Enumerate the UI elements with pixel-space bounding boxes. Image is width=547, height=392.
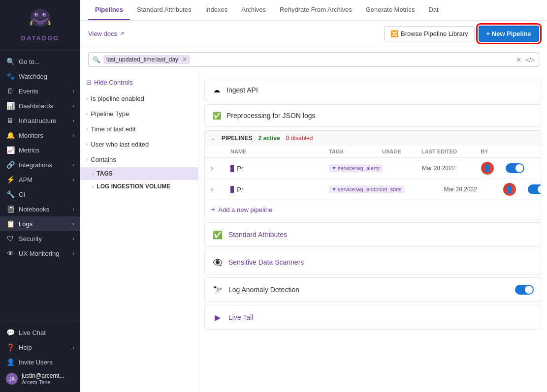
filter-time-last-edit[interactable]: › Time of last edit	[80, 121, 198, 137]
sidebar-item-monitors-label: Monitors	[19, 132, 43, 139]
special-name-live-tail[interactable]: Live Tail	[228, 313, 253, 321]
plus-icon: +	[211, 205, 215, 214]
pipeline-item-main: ⌄ PIPELINES 2 active 0 disabled NAME TAG…	[204, 130, 541, 219]
binoculars-icon: 🔭	[212, 284, 224, 296]
filter-user-last-edited[interactable]: › User who last edited	[80, 137, 198, 152]
special-header-standard-attrs[interactable]: ✅ Standard Attributes	[205, 223, 541, 246]
filter-pipeline-type[interactable]: › Pipeline Type	[80, 106, 198, 121]
pipeline-header-ingest-api[interactable]: ☁ Ingest API	[205, 79, 541, 101]
view-docs-link[interactable]: View docs ↗	[88, 30, 124, 37]
special-header-live-tail[interactable]: ▶ Live Tail	[205, 305, 541, 329]
sidebar-logo: DATADOG	[0, 0, 80, 50]
filter-log-ingestion[interactable]: › LOG INGESTION VOLUME	[80, 180, 198, 193]
sidebar-item-metrics-label: Metrics	[19, 147, 39, 154]
chevron-right-icon: ›	[73, 133, 74, 138]
avatar-icon: 👤	[483, 164, 491, 172]
sidebar-item-ci[interactable]: 🔧 CI	[0, 187, 80, 202]
new-pipeline-button[interactable]: + New Pipeline	[479, 26, 539, 42]
search-icon: 🔍	[6, 58, 15, 65]
sidebar-item-watchdog[interactable]: 🐾 Watchdog	[0, 69, 80, 84]
filter-tags[interactable]: › TAGS	[80, 167, 198, 180]
search-code-button[interactable]: </>	[525, 56, 535, 63]
controls-icon: ⊟	[86, 79, 92, 86]
tabs-bar: Pipelines Standard Attributes Indexes Ar…	[80, 0, 547, 21]
chevron-down-icon[interactable]: ⌄	[211, 135, 216, 142]
special-header-sensitive-scanners[interactable]: 👁‍🗨 Sensitive Data Scanners	[205, 250, 541, 274]
tab-generate-metrics[interactable]: Generate Metrics	[359, 0, 422, 20]
pipeline-header-preprocessing[interactable]: ✅ Preprocessing for JSON logs	[205, 105, 541, 126]
main-content: Pipelines Standard Attributes Indexes Ar…	[80, 0, 547, 392]
special-name-log-anomaly: Log Anomaly Detection	[228, 286, 299, 294]
logs-icon: 📋	[6, 220, 15, 228]
tab-pipelines[interactable]: Pipelines	[88, 0, 130, 20]
row2-expand[interactable]: ›	[211, 185, 230, 194]
sidebar-item-dashboards-label: Dashboards	[19, 102, 53, 110]
special-name-sensitive-scanners[interactable]: Sensitive Data Scanners	[228, 258, 304, 266]
chevron-right-icon: ›	[92, 171, 94, 177]
row1-toggle[interactable]	[506, 163, 524, 173]
hide-controls-button[interactable]: ⊟ Hide Controls	[80, 76, 198, 89]
col-name: NAME	[230, 149, 329, 154]
sidebar-item-infrastructure[interactable]: 🖥 Infrastructure ›	[0, 113, 80, 128]
tab-standard-attributes[interactable]: Standard Attributes	[130, 0, 198, 20]
pipeline-item-standard-attrs: ✅ Standard Attributes	[204, 222, 541, 247]
browse-pipeline-button[interactable]: 🔀 Browse Pipeline Library	[384, 26, 475, 41]
sidebar-navigation: 🔍 Go to... 🐾 Watchdog 🗓 Events › 📊 Dashb…	[0, 50, 80, 321]
sidebar-item-events[interactable]: 🗓 Events ›	[0, 84, 80, 98]
avatar: JA	[6, 373, 18, 385]
check-icon: ✅	[211, 110, 223, 121]
search-clear-icon[interactable]: ✕	[182, 56, 187, 63]
dashboards-icon: 📊	[6, 102, 15, 110]
filter-pipeline-enabled[interactable]: › Is pipeline enabled	[80, 91, 198, 106]
sidebar-item-help[interactable]: ❓ Help ›	[0, 340, 80, 355]
sidebar-item-live-chat[interactable]: 💬 Live Chat	[0, 325, 80, 340]
browse-icon: 🔀	[390, 30, 398, 37]
log-anomaly-toggle[interactable]	[515, 285, 534, 295]
pipelines-label: PIPELINES	[222, 135, 253, 142]
sidebar-item-ux-monitoring[interactable]: 👁 UX Monitoring ›	[0, 246, 80, 261]
row2-avatar: 👤	[503, 183, 516, 196]
sidebar-bottom: 💬 Live Chat ❓ Help › 👤 Invite Users JA j…	[0, 321, 80, 392]
chevron-right-icon: ›	[73, 251, 74, 256]
col-tags: TAGS	[329, 149, 382, 154]
sidebar-item-security[interactable]: 🛡 Security ›	[0, 231, 80, 246]
chevron-right-icon: ›	[73, 118, 74, 123]
sidebar-item-monitors[interactable]: 🔔 Monitors ›	[0, 128, 80, 143]
user-info[interactable]: JA justin@arcemt... Arcem Tene	[0, 369, 80, 388]
avatar-initials: JA	[9, 376, 15, 382]
user-company: Arcem Tene	[22, 379, 64, 385]
col-usage: USAGE	[382, 149, 421, 154]
sidebar-item-integrations[interactable]: 🔗 Integrations ›	[0, 157, 80, 172]
sidebar-item-security-label: Security	[19, 235, 42, 242]
sidebar-item-apm[interactable]: ⚡ APM ›	[0, 172, 80, 187]
sidebar-item-goto[interactable]: 🔍 Go to...	[0, 54, 80, 69]
pipeline-stats: ⌄ PIPELINES 2 active 0 disabled	[205, 131, 541, 146]
external-link-icon: ↗	[120, 30, 124, 37]
username: justin@arcemt...	[22, 372, 64, 379]
chevron-right-icon: ›	[86, 111, 88, 117]
add-pipeline-button[interactable]: + Add a new pipeline	[205, 200, 541, 219]
filter-contains[interactable]: › Contains	[80, 152, 198, 167]
row1-expand[interactable]: ›	[211, 164, 230, 173]
sidebar-item-integrations-label: Integrations	[19, 161, 52, 169]
tab-rehydrate[interactable]: Rehydrate From Archives	[273, 0, 359, 20]
tab-indexes[interactable]: Indexes	[198, 0, 235, 20]
row2-toggle[interactable]	[528, 184, 541, 194]
special-name-standard-attrs[interactable]: Standard Attributes	[228, 231, 287, 239]
eye-scan-icon: 👁‍🗨	[212, 256, 224, 268]
view-docs-label: View docs	[88, 30, 117, 37]
filter-log-ingestion-label: LOG INGESTION VOLUME	[97, 183, 170, 190]
sidebar-item-metrics[interactable]: 📈 Metrics	[0, 143, 80, 157]
sidebar-item-logs[interactable]: 📋 Logs ›	[0, 216, 80, 231]
new-pipeline-label: + New Pipeline	[486, 30, 531, 37]
sidebar-item-notebooks[interactable]: 📓 Notebooks ›	[0, 202, 80, 216]
sidebar-item-invite-users[interactable]: 👤 Invite Users	[0, 355, 80, 369]
search-close-button[interactable]: ✕	[516, 56, 521, 63]
tab-dat[interactable]: Dat	[421, 0, 445, 20]
sidebar-item-dashboards[interactable]: 📊 Dashboards ›	[0, 98, 80, 113]
tab-archives[interactable]: Archives	[234, 0, 273, 20]
chevron-right-icon: ›	[73, 89, 74, 94]
chevron-right-icon: ›	[86, 157, 88, 162]
watchdog-icon: 🐾	[6, 72, 15, 80]
filter-user-last-edited-label: User who last edited	[91, 141, 149, 148]
